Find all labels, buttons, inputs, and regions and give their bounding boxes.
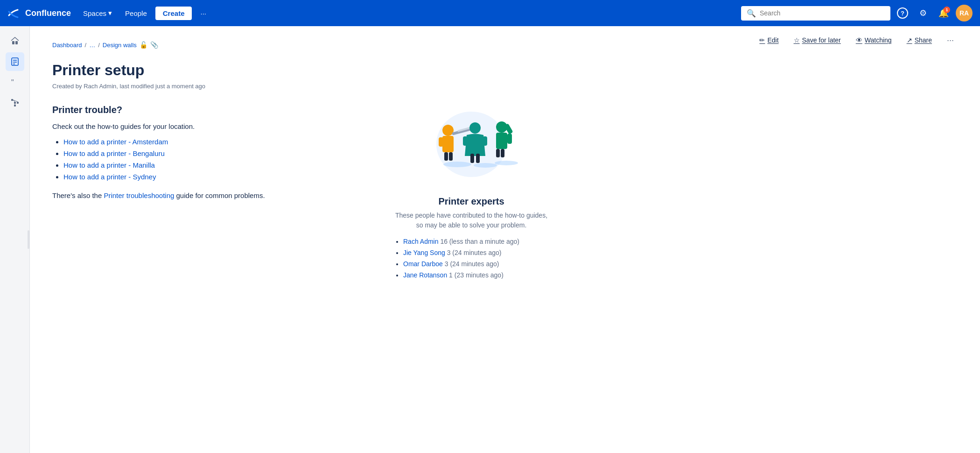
share-icon: ↗ [907,36,912,44]
svg-point-23 [469,122,481,134]
svg-point-34 [443,162,471,167]
expert-jie-meta: 3 (24 minutes ago) [447,249,502,256]
link-manilla[interactable]: How to add a printer - Manilla [63,161,155,169]
svg-rect-27 [483,136,487,146]
eye-icon: 👁 [856,36,862,44]
expert-omar-meta: 3 (24 minutes ago) [445,260,499,268]
breadcrumb: Dashboard / … / Design walls 🔓 📎 [52,41,158,49]
spaces-chevron-icon: ▾ [108,9,112,17]
edit-label: Edit [767,36,778,44]
share-button[interactable]: ↗ Share [903,34,936,46]
tree-icon [10,98,20,107]
more-label: ··· [200,9,206,17]
experts-heading: Printer experts [392,196,551,207]
list-item: Jie Yang Song 3 (24 minutes ago) [403,249,551,256]
paragraph-after: guide for common problems. [174,191,265,199]
link-icon[interactable]: 📎 [150,41,158,49]
notification-badge: 1 [944,7,950,13]
sidebar-item-home[interactable] [6,32,24,50]
troubleshooting-link[interactable]: Printer troubleshooting [104,191,174,199]
avatar-initials: RA [959,9,969,17]
search-bar[interactable]: 🔍 [741,6,890,21]
expert-jane-rotanson[interactable]: Jane Rotanson [403,271,447,279]
list-item: How to add a printer - Sydney [63,173,370,181]
svg-rect-24 [470,154,474,163]
confluence-logo[interactable]: Confluence [7,6,71,20]
list-item: Rach Admin 16 (less than a minute ago) [403,238,551,245]
save-for-later-label: Save for later [802,36,841,44]
svg-rect-10 [14,105,16,106]
main-content: Dashboard / … / Design walls 🔓 📎 ✏ Edit … [30,26,980,453]
breadcrumb-ellipsis[interactable]: … [89,42,95,49]
page-title: Printer setup [52,62,958,79]
svg-rect-29 [496,133,507,149]
breadcrumb-actions: 🔓 📎 [140,41,158,49]
svg-rect-9 [14,102,16,104]
spaces-menu[interactable]: Spaces ▾ [78,6,117,20]
spaces-label: Spaces [83,9,106,17]
create-label: Create [163,9,185,17]
settings-button[interactable]: ⚙ [915,5,931,21]
save-for-later-button[interactable]: ☆ Save for later [790,34,845,46]
breadcrumb-design-walls[interactable]: Design walls [103,42,137,49]
quote-icon: " [10,78,20,87]
sidebar-item-pages[interactable] [6,52,24,71]
star-icon: ☆ [794,36,800,44]
more-actions-button[interactable]: ··· [943,33,958,48]
more-menu[interactable]: ··· [196,7,211,20]
expert-rach-meta: 16 (less than a minute ago) [440,238,519,245]
illustration [392,105,551,189]
svg-rect-18 [439,137,443,147]
svg-rect-11 [17,102,19,104]
list-item: How to add a printer - Manilla [63,161,370,169]
svg-point-36 [495,161,518,165]
expert-omar-darboe[interactable]: Omar Darboe [403,260,443,268]
article-content: Printer trouble? Check out the how-to gu… [52,105,370,283]
link-sydney[interactable]: How to add a printer - Sydney [63,173,156,181]
content-layout: Printer trouble? Check out the how-to gu… [52,105,958,283]
edit-icon: ✏ [759,36,765,44]
link-bengaluru[interactable]: How to add a printer - Bengaluru [63,149,165,157]
help-icon: ? [897,7,908,19]
sidebar-item-quotes[interactable]: " [6,73,24,92]
logo-icon [7,6,21,20]
svg-text:": " [11,78,14,86]
search-input[interactable] [760,9,885,17]
section-heading: Printer trouble? [52,105,370,115]
list-item: Jane Rotanson 1 (23 minutes ago) [403,271,551,279]
create-button[interactable]: Create [155,7,192,20]
page-actions: ✏ Edit ☆ Save for later 👁 Watching ↗ Sha… [756,33,958,48]
svg-rect-32 [496,149,500,157]
home-icon [10,36,20,46]
top-navigation: Confluence Spaces ▾ People Create ··· 🔍 … [0,0,980,26]
sidebar-item-tree[interactable] [6,93,24,112]
pages-icon [10,57,20,66]
svg-point-35 [474,163,497,168]
watching-button[interactable]: 👁 Watching [852,34,896,46]
svg-rect-20 [449,152,453,161]
list-item: Omar Darboe 3 (24 minutes ago) [403,260,551,268]
share-label: Share [915,36,932,44]
user-avatar[interactable]: RA [956,5,973,21]
intro-text: Check out the how-to guides for your loc… [52,121,370,132]
experts-list: Rach Admin 16 (less than a minute ago) J… [392,238,551,279]
breadcrumb-dashboard[interactable]: Dashboard [52,42,82,49]
expert-jie-yang-song[interactable]: Jie Yang Song [403,249,445,256]
expert-rach-admin[interactable]: Rach Admin [403,238,438,245]
help-button[interactable]: ? [894,5,911,21]
experts-description: These people have contributed to the how… [392,211,551,230]
svg-rect-1 [12,41,14,44]
svg-rect-19 [444,152,448,161]
list-item: How to add a printer - Amsterdam [63,138,370,146]
experts-panel: Printer experts These people have contri… [392,105,551,283]
svg-rect-2 [15,41,18,44]
left-sidebar: " [0,26,30,453]
printer-experts-illustration [415,105,527,189]
lock-icon[interactable]: 🔓 [140,41,147,49]
edit-button[interactable]: ✏ Edit [756,34,782,46]
people-menu[interactable]: People [120,7,152,20]
people-label: People [125,9,147,17]
link-amsterdam[interactable]: How to add a printer - Amsterdam [63,138,168,146]
sidebar-resize-handle[interactable] [28,230,29,249]
notifications-button[interactable]: 🔔 1 [935,5,952,21]
